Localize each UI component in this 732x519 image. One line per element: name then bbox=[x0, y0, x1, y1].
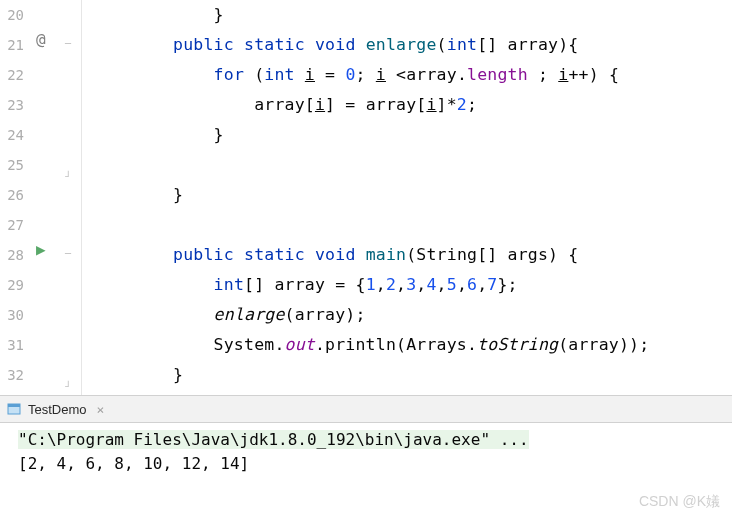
code-line: public static void enlarge(int[] array){ bbox=[92, 30, 732, 60]
line-number: 24 bbox=[0, 120, 24, 150]
run-gutter-icon[interactable]: ▶ bbox=[36, 240, 46, 259]
code-line: } bbox=[92, 180, 732, 210]
line-number: 28 bbox=[0, 240, 24, 270]
code-line: enlarge(array); bbox=[92, 300, 732, 330]
code-line: } bbox=[92, 360, 732, 390]
fold-icon[interactable]: ┘ bbox=[65, 171, 71, 182]
line-number: 22 bbox=[0, 60, 24, 90]
code-line: } bbox=[92, 0, 732, 30]
line-number: 21 bbox=[0, 30, 24, 60]
line-number: 29 bbox=[0, 270, 24, 300]
watermark: CSDN @K嬟 bbox=[639, 493, 720, 511]
console-output[interactable]: "C:\Program Files\Java\jdk1.8.0_192\bin\… bbox=[0, 423, 732, 481]
close-icon[interactable]: × bbox=[97, 402, 105, 417]
line-number: 27 bbox=[0, 210, 24, 240]
code-line: array[i] = array[i]*2; bbox=[92, 90, 732, 120]
fold-icon[interactable]: ─ bbox=[65, 38, 71, 49]
code-area[interactable]: } public static void enlarge(int[] array… bbox=[82, 0, 732, 395]
line-number: 31 bbox=[0, 330, 24, 360]
line-number: 20 bbox=[0, 0, 24, 30]
run-config-icon bbox=[6, 401, 22, 417]
code-line bbox=[92, 150, 732, 180]
console-output-line: [2, 4, 6, 8, 10, 12, 14] bbox=[18, 452, 714, 476]
code-line: int[] array = {1,2,3,4,5,6,7}; bbox=[92, 270, 732, 300]
svg-rect-1 bbox=[8, 404, 20, 407]
run-tab-label[interactable]: TestDemo bbox=[28, 402, 87, 417]
line-number: 32 bbox=[0, 360, 24, 390]
run-tab-bar: TestDemo × bbox=[0, 395, 732, 423]
fold-icon[interactable]: ┘ bbox=[65, 381, 71, 392]
fold-icon[interactable]: ─ bbox=[65, 248, 71, 259]
fold-column: ─ ┘ ─ ┘ bbox=[62, 0, 82, 395]
line-gutter: 20 21 22 23 24 25 26 27 28 29 30 31 32 bbox=[0, 0, 32, 395]
code-editor[interactable]: 20 21 22 23 24 25 26 27 28 29 30 31 32 @… bbox=[0, 0, 732, 395]
console-cmd-line: "C:\Program Files\Java\jdk1.8.0_192\bin\… bbox=[18, 428, 714, 452]
code-line: System.out.println(Arrays.toString(array… bbox=[92, 330, 732, 360]
line-number: 30 bbox=[0, 300, 24, 330]
code-line bbox=[92, 210, 732, 240]
code-line: for (int i = 0; i <array.length ; i++) { bbox=[92, 60, 732, 90]
line-number: 23 bbox=[0, 90, 24, 120]
line-number: 26 bbox=[0, 180, 24, 210]
line-number: 25 bbox=[0, 150, 24, 180]
code-line: } bbox=[92, 120, 732, 150]
annotation-icon[interactable]: @ bbox=[36, 30, 46, 49]
marker-column: @ ▶ bbox=[32, 0, 62, 395]
code-line: public static void main(String[] args) { bbox=[92, 240, 732, 270]
